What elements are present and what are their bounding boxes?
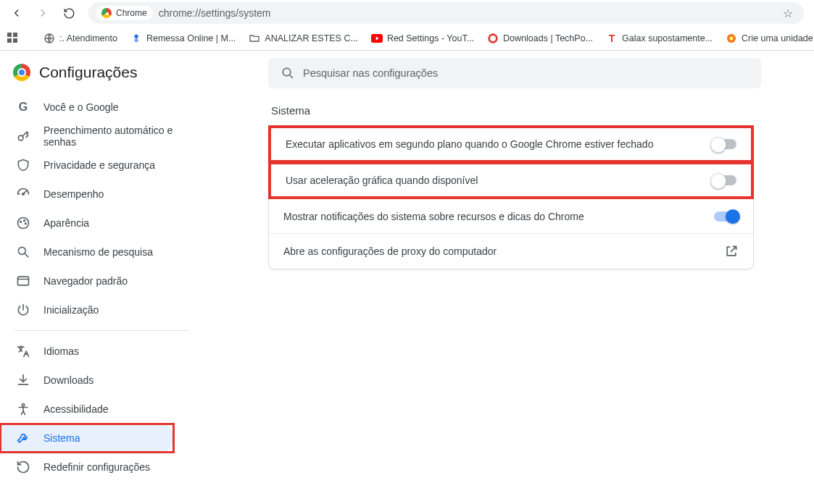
back-button[interactable] (6, 2, 28, 24)
sidebar-item-autofill[interactable]: Preenchimento automático e senhas (0, 122, 203, 151)
bookmark-label: Galax supostamente... (622, 33, 713, 43)
sidebar-item-languages[interactable]: Idiomas (0, 337, 203, 366)
bookmark-downloads[interactable]: Downloads | TechPo... (487, 33, 593, 44)
bookmark-remessa[interactable]: Remessa Online | M... (130, 33, 236, 44)
bookmark-label: Crie uma unidade in... (742, 33, 814, 43)
settings-sidebar: Configurações GVocê e o GooglePreenchime… (0, 51, 203, 504)
sidebar-item-label: Downloads (43, 374, 94, 386)
sidebar-item-label: Mecanismo de pesquisa (43, 246, 153, 258)
galax-icon: T (606, 33, 618, 44)
svg-point-14 (283, 68, 291, 76)
row-proxy[interactable]: Abre as configurações de proxy do comput… (269, 233, 753, 269)
sidebar-item-accessibility[interactable]: Acessibilidade (0, 395, 203, 424)
sidebar-item-label: Idiomas (43, 345, 79, 357)
sidebar-item-system[interactable]: Sistema (0, 424, 174, 453)
bookmark-youtube[interactable]: Red Settings - YouT... (371, 33, 474, 44)
sidebar-item-label: Inicialização (43, 304, 99, 316)
settings-main: Pesquisar nas configurações Sistema Exec… (203, 51, 814, 504)
svg-point-4 (729, 36, 733, 40)
open-external-icon (724, 244, 739, 259)
sidebar-item-reset[interactable]: Redefinir configurações (0, 453, 203, 482)
browser-navbar: Chrome chrome://settings/system ☆ (0, 0, 814, 26)
url-text: chrome://settings/system (159, 7, 773, 19)
power-icon (16, 303, 30, 317)
wrench-icon (16, 431, 30, 445)
row-sys-notif: Mostrar notificações do sistema sobre re… (269, 198, 753, 233)
G-icon: G (16, 100, 30, 114)
row-label: Abre as configurações de proxy do comput… (283, 245, 497, 257)
sidebar-item-on-startup[interactable]: Inicialização (0, 295, 203, 324)
search-icon (281, 67, 294, 80)
settings-search[interactable]: Pesquisar nas configurações (268, 58, 761, 88)
sidebar-item-you-google[interactable]: GVocê e o Google (0, 93, 203, 122)
row-label: Executar aplicativos em segundo plano qu… (286, 138, 653, 150)
system-card: Executar aplicativos em segundo plano qu… (268, 125, 754, 269)
bookmark-unidade[interactable]: Crie uma unidade in... (726, 33, 814, 44)
svg-point-10 (25, 223, 27, 224)
key-icon (16, 129, 30, 143)
atendimento-icon (43, 33, 55, 44)
search-placeholder: Pesquisar nas configurações (303, 67, 438, 79)
reload-button[interactable] (58, 2, 80, 24)
site-chip[interactable]: Chrome (96, 6, 153, 20)
svg-point-11 (18, 247, 25, 254)
svg-point-8 (20, 222, 22, 223)
sidebar-item-performance[interactable]: Desempenho (0, 180, 203, 209)
sidebar-divider (14, 330, 188, 331)
remessa-icon (130, 33, 142, 44)
shield-icon (16, 158, 30, 172)
svg-point-7 (18, 218, 29, 229)
translate-icon (16, 344, 30, 358)
settings-content: Configurações GVocê e o GooglePreenchime… (0, 51, 814, 504)
bookmark-label: ANALIZAR ESTES C... (265, 33, 358, 43)
toggle-gpu-accel[interactable] (712, 175, 736, 185)
forward-button[interactable] (32, 2, 54, 24)
apps-grid-icon[interactable] (7, 33, 17, 44)
sidebar-item-label: Navegador padrão (43, 275, 128, 287)
section-title: Sistema (271, 104, 785, 117)
row-gpu-accel: Usar aceleração gráfica quando disponíve… (269, 162, 753, 198)
svg-point-9 (24, 220, 25, 222)
sidebar-item-label: Acessibilidade (43, 403, 109, 415)
sidebar-item-search-engine[interactable]: Mecanismo de pesquisa (0, 238, 203, 266)
sidebar-item-label: Redefinir configurações (43, 461, 150, 473)
sidebar-item-label: Privacidade e segurança (43, 159, 155, 171)
downloads-icon (487, 33, 499, 44)
page-title: Configurações (39, 64, 137, 81)
reset-icon (16, 460, 30, 474)
sidebar-item-appearance[interactable]: Aparência (0, 209, 203, 238)
sidebar-item-label: Preenchimento automático e senhas (43, 125, 187, 148)
sidebar-item-label: Você e o Google (43, 101, 119, 113)
sidebar-item-label: Sistema (43, 432, 80, 444)
toggle-bg-apps[interactable] (712, 139, 736, 149)
sidebar-item-privacy[interactable]: Privacidade e segurança (0, 151, 203, 180)
speed-icon (16, 187, 30, 201)
youtube-icon (371, 33, 383, 44)
row-label: Mostrar notificações do sistema sobre re… (283, 211, 584, 222)
toggle-sys-notif[interactable] (714, 211, 739, 222)
sidebar-item-downloads[interactable]: Downloads (0, 366, 203, 395)
sidebar-item-label: Desempenho (43, 188, 104, 200)
bookmark-star-icon[interactable]: ☆ (779, 7, 797, 20)
svg-point-2 (489, 34, 497, 42)
svg-rect-12 (18, 277, 29, 285)
page-header: Configurações (0, 61, 203, 93)
row-bg-apps: Executar aplicativos em segundo plano qu… (269, 126, 753, 162)
sidebar-item-default-browser[interactable]: Navegador padrão (0, 266, 203, 295)
bookmark-atendimento[interactable]: :. Atendimento (43, 33, 117, 44)
omnibox[interactable]: Chrome chrome://settings/system ☆ (88, 2, 804, 24)
chrome-icon (101, 8, 112, 18)
bookmarks-bar: :. AtendimentoRemessa Online | M...ANALI… (0, 26, 814, 51)
bookmark-label: :. Atendimento (59, 33, 117, 43)
download-icon (16, 373, 30, 387)
search-icon (16, 245, 30, 259)
svg-point-13 (22, 404, 24, 406)
palette-icon (16, 216, 30, 230)
bookmark-analizar[interactable]: ANALIZAR ESTES C... (249, 33, 358, 44)
row-label: Usar aceleração gráfica quando disponíve… (286, 175, 478, 186)
chrome-logo-icon (13, 64, 30, 81)
unidade-icon (726, 33, 737, 44)
bookmark-galax[interactable]: TGalax supostamente... (606, 33, 713, 44)
bookmark-label: Red Settings - YouT... (387, 33, 474, 43)
svg-point-6 (22, 193, 25, 196)
